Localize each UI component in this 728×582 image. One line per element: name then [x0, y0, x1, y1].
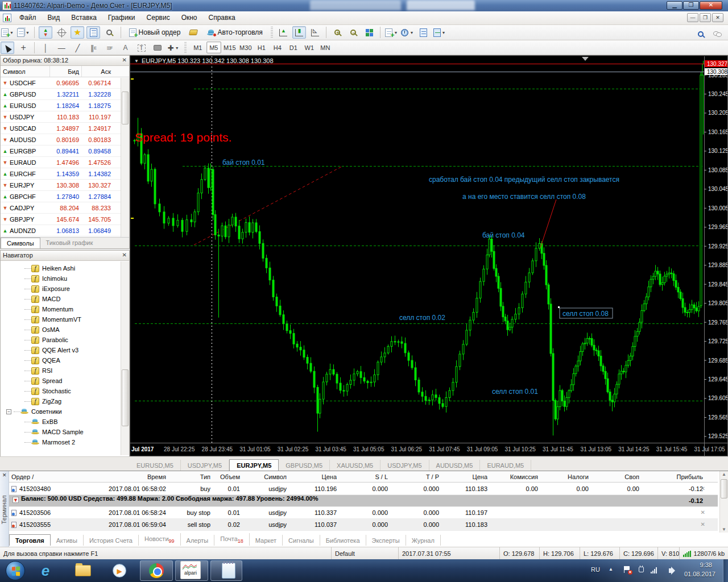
chart-window-icon[interactable] — [3, 14, 11, 22]
timeframe-M1[interactable]: M1 — [191, 41, 205, 53]
delete-order-icon[interactable]: ✕ — [701, 485, 705, 492]
notepad-icon[interactable] — [218, 562, 239, 580]
profiles-button[interactable]: ▼ — [16, 26, 30, 39]
terminal-tab-Эксперты[interactable]: Эксперты — [366, 535, 406, 546]
mw-col-Символ[interactable]: Символ — [1, 66, 49, 77]
market-watch-row-AUDUSD[interactable]: ▼AUDUSD0.801690.80183 — [1, 134, 129, 146]
orders-col-Тип[interactable]: Тип — [166, 471, 210, 483]
search-button[interactable] — [694, 28, 708, 40]
navigator-item-Ichimoku[interactable]: ƒIchimoku — [1, 273, 129, 284]
orders-col-Цена[interactable]: Цена — [439, 471, 487, 483]
quick-trade-arrow-icon[interactable]: ▼ — [134, 59, 139, 64]
navigator-item-iExposure[interactable]: ƒiExposure — [1, 284, 129, 294]
internet-explorer-icon[interactable]: e — [35, 562, 56, 580]
orders-col-Ордер[interactable]: Ордер / — [11, 471, 75, 483]
vertical-line-tool-button[interactable]: │ — [39, 41, 52, 54]
strategy-tester-button[interactable] — [102, 26, 116, 39]
step-back-button[interactable]: ◺ — [308, 26, 322, 39]
terminal-tab-Активы[interactable]: Активы — [51, 535, 84, 546]
start-button[interactable] — [6, 561, 25, 580]
order-row-415203555[interactable]: 4152035552017.08.01 06:59:04sell stop0.0… — [9, 519, 718, 531]
alpari-terminal-icon[interactable]: alpari — [180, 561, 201, 579]
timeframe-H4[interactable]: H4 — [270, 41, 285, 53]
close-button[interactable]: ✕ — [700, 1, 722, 10]
chart-tab-EURAUD,M5-7[interactable]: EURAUD,M5 — [480, 460, 531, 471]
orders-col-Время[interactable]: Время — [75, 471, 166, 483]
navigator-item-ZigZag[interactable]: ƒZigZag — [1, 396, 129, 406]
clock-date[interactable]: 01.08.2017 — [684, 571, 715, 577]
new-chart-button[interactable]: +▼ — [1, 26, 14, 39]
timeframe-M15[interactable]: M15 — [222, 41, 237, 53]
timeframe-MN[interactable]: MN — [318, 41, 333, 53]
market-watch-row-USDCHF[interactable]: ▼USDCHF0.966950.96714 — [1, 77, 129, 89]
navigator-item-QQE Alert v3[interactable]: ƒQQE Alert v3 — [1, 345, 129, 355]
navigator-item-Советники[interactable]: −Советники — [1, 406, 129, 417]
menu-Сервис[interactable]: Сервис — [141, 11, 176, 25]
menu-Графики[interactable]: Графики — [102, 11, 141, 25]
zoom-out-button[interactable]: − — [346, 26, 360, 39]
mdi-restore-button[interactable]: ❐ — [700, 13, 711, 22]
timeframe-W1[interactable]: W1 — [302, 41, 317, 53]
mw-col-Аск[interactable]: Аск — [81, 66, 113, 77]
shapes-tool-button[interactable] — [151, 41, 164, 54]
navigator-item-Parabolic[interactable]: ƒParabolic — [1, 335, 129, 345]
market-watch-row-EURJPY[interactable]: ▼EURJPY130.308130.327 — [1, 180, 129, 191]
order-row-415203480[interactable]: 4152034802017.08.01 06:58:02buy0.01usdjp… — [9, 483, 718, 495]
text-tool-button[interactable]: A — [119, 41, 133, 54]
chrome-icon[interactable] — [146, 562, 167, 580]
chart-tab-GBPUSD,M5-3[interactable]: GBPUSD,M5 — [279, 460, 330, 471]
navigator-scrollbar[interactable] — [121, 261, 129, 455]
orders-col-Цена[interactable]: Цена — [287, 471, 337, 483]
navigator-item-MomentumVT[interactable]: ƒMomentumVT — [1, 314, 129, 325]
market-watch-header[interactable]: СимволБидАск — [1, 66, 129, 77]
show-desktop-button[interactable] — [723, 559, 728, 582]
navigator-close-icon[interactable]: ✕ — [122, 252, 127, 258]
navigator-item-Momentum[interactable]: ƒMomentum — [1, 304, 129, 314]
navigator-toggle-button[interactable]: ★ — [71, 26, 84, 39]
menu-Вставка[interactable]: Вставка — [65, 11, 102, 25]
orders-col-S / L[interactable]: S / L — [337, 471, 388, 483]
timeframe-D1[interactable]: D1 — [286, 41, 301, 53]
chart-tab-EURUSD,M5-0[interactable]: EURUSD,M5 — [130, 460, 181, 471]
horizontal-line-tool-button[interactable]: — — [55, 41, 68, 54]
chart-window[interactable]: Spread: 19 points.бай стоп 0.01сработал … — [130, 55, 728, 456]
market-watch-row-EURGBP[interactable]: ▲EURGBP0.894410.89458 — [1, 146, 129, 157]
scrollbar-thumb[interactable] — [122, 92, 129, 124]
price-chart[interactable]: Spread: 19 points.бай стоп 0.01сработал … — [130, 56, 727, 456]
tray-expand-icon[interactable]: ▲ — [609, 567, 613, 572]
chart-tab-XAUUSD,M5-4[interactable]: XAUUSD,M5 — [330, 460, 380, 471]
chart-annotation[interactable]: селл стоп 0.08 — [562, 310, 609, 318]
orders-col-Комиссия[interactable]: Комиссия — [487, 471, 538, 483]
menu-Файл[interactable]: Файл — [14, 11, 42, 25]
styles-button[interactable] — [417, 26, 431, 39]
media-player-icon[interactable]: ▶ — [109, 562, 130, 580]
timeframe-M30[interactable]: M30 — [238, 41, 253, 53]
orders-col-Прибыль[interactable]: Прибыль — [639, 471, 703, 483]
market-watch-row-EURAUD[interactable]: ▼EURAUD1.474961.47526 — [1, 157, 129, 168]
chart-tab-USDJPY,M5-1[interactable]: USDJPY,M5 — [181, 460, 229, 471]
terminal-close-icon[interactable]: ✕ — [2, 472, 7, 478]
data-window-button[interactable] — [55, 26, 68, 39]
metaeditor-button[interactable] — [187, 26, 200, 39]
crosshair-tool-button[interactable]: + — [16, 41, 30, 54]
network-icon[interactable] — [651, 567, 659, 575]
file-explorer-icon[interactable] — [73, 562, 93, 580]
mw-col-Бид[interactable]: Бид — [49, 66, 81, 77]
timeframe-M5[interactable]: M5 — [206, 41, 221, 53]
chart-tab-USDJPY,M5-5[interactable]: USDJPY,M5 — [380, 460, 429, 471]
market-watch-scrollbar[interactable] — [121, 78, 129, 238]
market-watch-row-GBPUSD[interactable]: ▲GBPUSD1.322111.32228 — [1, 89, 129, 100]
chart-annotation[interactable]: бай стоп 0.01 — [222, 159, 265, 167]
terminal-tab-История Счета[interactable]: История Счета — [84, 535, 139, 546]
orders-col-Своп[interactable]: Своп — [589, 471, 639, 483]
navigator-item-RSI[interactable]: ƒRSI — [1, 365, 129, 376]
order-row-415203506[interactable]: 4152035062017.08.01 06:58:24buy stop0.01… — [9, 507, 718, 519]
chart-tab-AUDUSD,M5-6[interactable]: AUDUSD,M5 — [429, 460, 481, 471]
collapse-icon[interactable]: − — [6, 409, 11, 414]
market-watch-row-USDJPY[interactable]: ▼USDJPY110.183110.197 — [1, 111, 129, 123]
chart-tab-EURJPY,M5-2[interactable]: EURJPY,M5 — [229, 459, 279, 471]
status-profile[interactable]: Default — [331, 547, 398, 560]
orders-col-Символ[interactable]: Символ — [240, 471, 287, 483]
market-watch-row-EURUSD[interactable]: ▲EURUSD1.182641.18275 — [1, 100, 129, 111]
navigator-item-MACD[interactable]: ƒMACD — [1, 294, 129, 304]
